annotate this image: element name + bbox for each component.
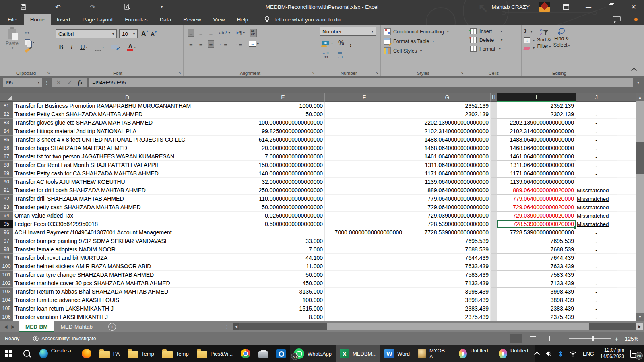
cell-I82[interactable]: 2302.139 <box>497 110 576 119</box>
cell-I96[interactable]: 7728.5390000000000000 <box>497 228 576 237</box>
cell-J83[interactable]: - <box>576 119 617 127</box>
cell-D101[interactable]: Transfer car tyre change SHAHZADA MAHTAB… <box>13 271 242 279</box>
cell-H81[interactable] <box>491 102 497 110</box>
font-size-select[interactable]: 10▾ <box>119 29 138 38</box>
conditional-formatting-button[interactable]: Conditional Formatting▾ <box>384 28 463 35</box>
cell-H105[interactable] <box>491 304 497 313</box>
cell-I103[interactable]: 3998.439 <box>497 288 576 296</box>
tab-page-layout[interactable]: Page Layout <box>76 14 119 25</box>
row-header-84[interactable]: 84 <box>0 127 13 136</box>
cell-J106[interactable]: - <box>576 313 617 321</box>
column-header-H[interactable]: H <box>491 93 497 102</box>
cell-F94[interactable] <box>325 212 404 220</box>
cell-E86[interactable]: 20.00000000000000000 <box>242 144 325 152</box>
cell-D95[interactable]: Ledger Fees 0333056429950018 <box>13 220 242 228</box>
text-direction-button[interactable]: ▶¶▾ <box>235 29 246 37</box>
clear-button[interactable]: ▾ <box>524 46 535 50</box>
cell-D91[interactable]: Transfer for drill bosh SHAHZADA MAHTAB … <box>13 186 242 195</box>
row-header-98[interactable]: 98 <box>0 245 13 254</box>
delete-cells-button[interactable]: Delete▾ <box>470 37 519 43</box>
scroll-up-arrow[interactable]: ▲ <box>636 93 644 101</box>
expand-formula-bar-button[interactable]: ▾ <box>636 80 641 85</box>
formula-bar-splitter[interactable]: ⋮ <box>44 80 50 86</box>
number-dialog-launcher[interactable]: ↘ <box>375 71 378 75</box>
cell-I90[interactable]: 1139.0640000000000000 <box>497 178 576 186</box>
cell-D85[interactable]: Transfer 3 sheet 4 x 8 feet UNITED NATIO… <box>13 136 242 144</box>
cell-I91[interactable]: 889.0640000000020000 <box>497 186 576 195</box>
cell-H91[interactable] <box>491 186 497 195</box>
format-as-table-button[interactable]: Format as Table▾ <box>384 38 463 45</box>
cell-E98[interactable]: 7.000 <box>242 245 325 254</box>
cell-J88[interactable]: - <box>576 161 617 169</box>
cell-F92[interactable] <box>325 195 404 203</box>
cell-I86[interactable]: 1468.0640000000000000 <box>497 144 576 152</box>
cell-J96[interactable]: - <box>576 228 617 237</box>
cell-I87[interactable]: 1461.0640000000000000 <box>497 152 576 161</box>
align-left-button[interactable]: ≡ <box>188 40 194 48</box>
cell-I104[interactable]: 3898.439 <box>497 296 576 304</box>
cell-H90[interactable] <box>491 178 497 186</box>
cell-J85[interactable]: - <box>576 136 617 144</box>
horizontal-scrollbar[interactable]: ◀ ▶ <box>233 323 643 330</box>
horizontal-scroll-track[interactable] <box>239 323 636 330</box>
wrap-text-button[interactable]: abc↵ <box>250 29 257 37</box>
cancel-formula-button[interactable]: ✕ <box>56 79 61 86</box>
zoom-slider[interactable] <box>569 338 611 339</box>
cell-G102[interactable]: 7133.439 <box>404 279 491 288</box>
decrease-font-size-button[interactable]: A▼ <box>150 31 156 37</box>
cell-D89[interactable]: Transfer Petty cash for CA SHAHZADA MAHT… <box>13 169 242 178</box>
cell-I93[interactable]: 729.0640000000020000 <box>497 203 576 212</box>
cell-H103[interactable] <box>491 288 497 296</box>
cell-D105[interactable]: Transfer loan return LAKSHMIKANTH J <box>13 304 242 313</box>
cell-F84[interactable] <box>325 127 404 136</box>
cell-J94[interactable]: Missmatched <box>576 212 617 220</box>
cell-H93[interactable] <box>491 203 497 212</box>
cell-H83[interactable] <box>491 119 497 127</box>
cell-D90[interactable]: Transfer AC tools AJU MATHEW KOEUTHU <box>13 178 242 186</box>
notification-center-icon[interactable]: 20 <box>630 350 640 358</box>
cell-F90[interactable] <box>325 178 404 186</box>
cell-F97[interactable] <box>325 237 404 245</box>
scroll-down-arrow[interactable]: ▼ <box>636 313 644 321</box>
taskbar-item-printer[interactable] <box>254 345 272 362</box>
taskbar-item-folder[interactable]: PA <box>95 345 124 362</box>
cell-F86[interactable] <box>325 144 404 152</box>
accounting-format-button[interactable]: ▾ <box>322 41 333 45</box>
cell-G94[interactable]: 729.0390000000000000 <box>404 212 491 220</box>
percent-style-button[interactable]: % <box>338 39 344 47</box>
alignment-dialog-launcher[interactable]: ↘ <box>312 71 315 75</box>
align-right-button[interactable]: ≡ <box>208 40 215 48</box>
cell-J103[interactable]: - <box>576 288 617 296</box>
autosum-button[interactable]: Σ▾ <box>524 28 535 35</box>
print-preview-button[interactable] <box>123 3 131 11</box>
taskbar-item-paint[interactable]: Untitled ... <box>495 345 535 362</box>
cell-G89[interactable]: 1171.0640000000000000 <box>404 169 491 178</box>
cell-F83[interactable] <box>325 119 404 127</box>
cell-J99[interactable]: - <box>576 254 617 262</box>
cell-E83[interactable]: 100.00000000000000000 <box>242 119 325 127</box>
cell-I102[interactable]: 7133.439 <box>497 279 576 288</box>
cell-G105[interactable]: 2383.439 <box>404 304 491 313</box>
cell-G103[interactable]: 3998.439 <box>404 288 491 296</box>
underline-button[interactable]: U▾ <box>78 42 89 52</box>
column-header-I[interactable]: I <box>497 93 576 102</box>
orientation-button[interactable]: ab↗▾ <box>217 29 231 36</box>
column-header-E[interactable]: E <box>242 93 325 102</box>
row-header-85[interactable]: 85 <box>0 136 13 144</box>
increase-font-size-button[interactable]: A▲ <box>140 30 147 37</box>
cell-J90[interactable]: - <box>576 178 617 186</box>
middle-align-button[interactable]: ≡ <box>198 29 204 37</box>
cell-E81[interactable]: 1000.000 <box>242 102 325 110</box>
row-header-101[interactable]: 101 <box>0 271 13 279</box>
cell-I105[interactable]: 2383.439 <box>497 304 576 313</box>
bold-button[interactable]: B <box>57 42 65 52</box>
cell-I98[interactable]: 7688.539 <box>497 245 576 254</box>
cell-F100[interactable] <box>325 262 404 271</box>
cell-G100[interactable]: 7633.439 <box>404 262 491 271</box>
tab-file[interactable]: File <box>0 14 24 25</box>
undo-button[interactable]: ↶ <box>54 3 62 11</box>
cell-J89[interactable]: - <box>576 169 617 178</box>
cell-H104[interactable] <box>491 296 497 304</box>
zoom-in-button[interactable]: + <box>615 335 618 342</box>
volume-icon[interactable] <box>545 350 552 357</box>
